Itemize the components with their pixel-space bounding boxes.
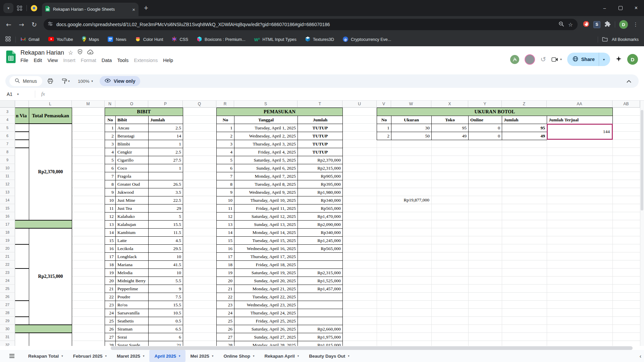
column-header-cell[interactable]: Jumlah	[502, 116, 547, 124]
sheet-tab-februari-2025[interactable]: Februari 2025▾	[68, 350, 112, 362]
horizontal-scrollbar[interactable]	[111, 346, 633, 350]
bookmark-item[interactable]: Boxicons : Premium...	[197, 36, 246, 43]
cell[interactable]: 1	[149, 140, 183, 148]
cell[interactable]: Blimbi	[116, 140, 149, 148]
select-all-corner[interactable]	[0, 101, 15, 108]
cell[interactable]: Wednesday, April 23, 2025	[234, 301, 298, 309]
cell[interactable]: Sunday, April 6, 2025	[234, 164, 298, 172]
cell[interactable]: Mariana	[116, 261, 149, 269]
row-header[interactable]: 20	[0, 244, 15, 252]
column-header[interactable]: Z	[502, 101, 547, 108]
cell[interactable]: 29.5	[149, 245, 183, 253]
cell[interactable]: 30	[391, 124, 432, 132]
view-only-badge[interactable]: View only	[100, 76, 140, 86]
paint-format-button[interactable]: ▾	[58, 76, 73, 86]
cell[interactable]: 17	[217, 253, 234, 261]
cell[interactable]: 7	[105, 172, 116, 180]
row-header[interactable]: 5	[0, 124, 15, 132]
document-title[interactable]: Rekapan Harian	[20, 49, 64, 56]
cell[interactable]: 23	[105, 301, 116, 309]
cell[interactable]: 8	[217, 180, 234, 188]
cell[interactable]: 22	[105, 293, 116, 301]
pinned-site-icon[interactable]	[31, 5, 37, 11]
cell[interactable]: Rp2,660,000	[298, 325, 343, 333]
column-header[interactable]: W	[391, 101, 431, 108]
cell[interactable]: 8	[105, 180, 116, 188]
site-info-icon[interactable]	[48, 21, 53, 28]
cell[interactable]: 4.5	[149, 237, 183, 245]
sheet-tab-online-shop[interactable]: Online Shop▾	[218, 350, 259, 362]
cell[interactable]: 26	[217, 325, 234, 333]
column-header[interactable]: U	[342, 101, 377, 108]
via-header-cell[interactable]: n Via	[15, 108, 29, 124]
cell[interactable]: 2	[377, 132, 391, 140]
column-header[interactable]: AA	[547, 101, 612, 108]
cell[interactable]: Latte	[116, 237, 149, 245]
cell[interactable]: 6	[149, 333, 183, 341]
cell[interactable]: 15	[217, 237, 234, 245]
bookmark-item[interactable]: YouTube	[48, 37, 73, 42]
cell[interactable]: Rp565,000	[298, 245, 343, 253]
row-header[interactable]: 29	[0, 317, 15, 325]
column-header-cell[interactable]: Jumlah Terjual	[547, 116, 613, 124]
cell[interactable]: 9	[217, 188, 234, 196]
column-header[interactable]	[15, 101, 29, 108]
row-header[interactable]: 4	[0, 116, 15, 124]
cell[interactable]: Rp1,457,000	[298, 285, 343, 293]
cell[interactable]: 27.5	[149, 156, 183, 164]
cell[interactable]: Rp340,000	[298, 196, 343, 204]
cell[interactable]	[15, 140, 29, 148]
cell[interactable]: Cengkir	[116, 148, 149, 156]
star-document-icon[interactable]: ☆	[68, 49, 73, 56]
tab-groups-icon[interactable]	[17, 5, 22, 11]
cell[interactable]: 2.5	[149, 124, 183, 132]
browser-menu-icon[interactable]: ⋮	[632, 21, 639, 27]
cell[interactable]: Siraman	[116, 325, 149, 333]
column-header[interactable]: X	[431, 101, 468, 108]
cell[interactable]: Rp19,877,000	[391, 196, 431, 204]
cell[interactable]: Poudre	[116, 293, 149, 301]
column-header[interactable]: Y	[468, 101, 502, 108]
bookmark-item[interactable]: CSS	[172, 37, 188, 43]
bookmark-star-icon[interactable]: ☆	[568, 21, 573, 28]
version-history-icon[interactable]: ↺	[540, 55, 546, 63]
anonymous-avatar[interactable]	[525, 54, 535, 65]
tab-search-button[interactable]: ▾	[3, 3, 13, 13]
apps-grid-icon[interactable]	[5, 36, 11, 43]
cell[interactable]: 0.5	[149, 317, 183, 325]
cell[interactable]: 2.5	[149, 148, 183, 156]
cell[interactable]	[298, 253, 343, 261]
row-header[interactable]: 27	[0, 301, 15, 309]
cell[interactable]: 0	[469, 124, 502, 132]
cell[interactable]: Rp340,000	[298, 229, 343, 237]
cell[interactable]	[15, 132, 29, 140]
cell[interactable]: 21	[149, 341, 183, 346]
new-tab-button[interactable]: +	[144, 4, 148, 12]
cell[interactable]: Coco	[116, 164, 149, 172]
adblock-icon[interactable]	[583, 21, 589, 28]
cell[interactable]: Kambium	[116, 229, 149, 237]
row-header[interactable]: 24	[0, 277, 15, 285]
cell[interactable]: Tuesday, April 8, 2025	[234, 180, 298, 188]
column-header[interactable]: S	[234, 101, 298, 108]
cell[interactable]: 95	[432, 124, 469, 132]
row-header[interactable]: 8	[0, 148, 15, 156]
cell[interactable]: 17	[105, 253, 116, 261]
collapse-toolbar-icon[interactable]	[627, 80, 635, 83]
cell[interactable]: 24	[105, 309, 116, 317]
cell[interactable]	[298, 261, 343, 269]
sheet-tab-menu-icon[interactable]: ▾	[179, 354, 180, 358]
cell[interactable]: Rp1,470,000	[298, 213, 343, 221]
cell[interactable]: 49	[432, 132, 469, 140]
cell[interactable]: 95	[502, 124, 547, 132]
cell[interactable]: Friday, April 25, 2025	[234, 317, 298, 325]
row-header[interactable]: 14	[0, 196, 15, 204]
column-header[interactable]: AB	[612, 101, 640, 108]
column-header[interactable]: O	[115, 101, 148, 108]
cell[interactable]: 26	[105, 325, 116, 333]
collaborator-avatar[interactable]	[510, 55, 519, 64]
row-header[interactable]: 22	[0, 260, 15, 268]
cell[interactable]: 3.5	[149, 188, 183, 196]
cell[interactable]: TUTUP	[298, 140, 343, 148]
cell[interactable]: Berastagi	[116, 132, 149, 140]
